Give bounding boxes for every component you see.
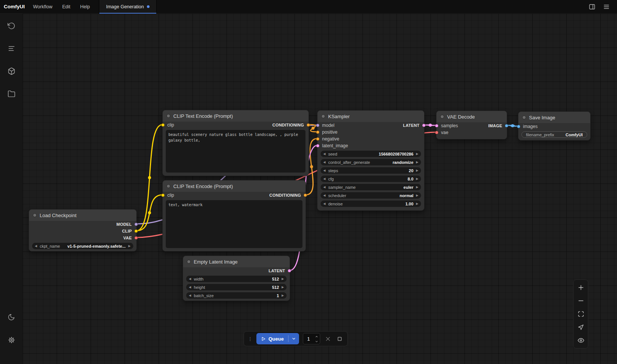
output-port-conditioning[interactable] <box>304 194 307 197</box>
fit-view-button[interactable] <box>574 308 587 320</box>
input-port-images[interactable] <box>517 125 520 128</box>
decrement-arrow-icon[interactable]: ◀ <box>323 161 325 164</box>
increment-arrow-icon[interactable]: ▶ <box>416 161 418 164</box>
collapse-toggle[interactable] <box>187 260 191 264</box>
sidebar-node-library-button[interactable] <box>2 39 20 57</box>
input-port-samples[interactable] <box>435 124 438 128</box>
decrement-arrow-icon[interactable]: ◀ <box>323 202 325 205</box>
widget-height[interactable]: ◀ height 512 ▶ <box>186 284 287 290</box>
decrement-arrow-icon[interactable]: ◀ <box>323 169 325 172</box>
batch-count-increment-button[interactable] <box>315 334 318 339</box>
widget-seed[interactable]: ◀ seed 156680208700286 ▶ <box>321 151 421 157</box>
collapse-toggle[interactable] <box>167 184 170 188</box>
select-mode-button[interactable] <box>574 321 587 333</box>
widget-width[interactable]: ◀ width 512 ▶ <box>186 276 287 282</box>
prompt-textarea[interactable]: text, watermark <box>166 200 302 248</box>
collapse-toggle[interactable] <box>522 116 526 119</box>
theme-toggle-button[interactable] <box>2 308 20 326</box>
sidebar-model-library-button[interactable] <box>2 62 20 80</box>
node-ksampler[interactable]: KSampler model LATENT positive negative … <box>317 110 424 211</box>
queue-button-main[interactable]: Queue <box>256 336 288 342</box>
toggle-panel-button[interactable] <box>587 2 597 12</box>
menu-edit[interactable]: Edit <box>62 4 71 9</box>
node-load-checkpoint[interactable]: Load Checkpoint MODEL CLIP VAE ◀ ckpt_na… <box>29 209 137 251</box>
batch-count-decrement-button[interactable] <box>315 339 318 344</box>
menu-help[interactable]: Help <box>80 4 90 9</box>
increment-arrow-icon[interactable]: ▶ <box>416 153 418 156</box>
output-port-model[interactable] <box>134 223 138 226</box>
sidebar-workflows-button[interactable] <box>2 85 20 103</box>
input-port-clip[interactable] <box>161 123 165 127</box>
increment-arrow-icon[interactable]: ▶ <box>416 202 418 205</box>
decrement-arrow-icon[interactable]: ◀ <box>35 245 37 248</box>
node-clip-text-encode-positive[interactable]: CLIP Text Encode (Prompt) clip CONDITION… <box>162 110 309 176</box>
zoom-out-button[interactable] <box>574 295 587 307</box>
increment-arrow-icon[interactable]: ▶ <box>416 177 418 180</box>
increment-arrow-icon[interactable]: ▶ <box>282 294 284 297</box>
input-port-model[interactable] <box>316 124 319 127</box>
widget-sampler-name[interactable]: ◀ sampler_name euler ▶ <box>321 184 421 190</box>
widget-scheduler[interactable]: ◀ scheduler normal ▶ <box>321 192 421 199</box>
toggle-link-visibility-button[interactable] <box>574 334 587 347</box>
input-port-negative[interactable] <box>316 137 319 141</box>
output-port-image[interactable] <box>505 124 508 128</box>
settings-button[interactable] <box>2 331 20 349</box>
clear-queue-button[interactable] <box>324 334 332 343</box>
node-header[interactable]: Empty Latent Image <box>183 256 290 267</box>
output-port-vae[interactable] <box>134 236 138 240</box>
increment-arrow-icon[interactable]: ▶ <box>128 245 131 248</box>
increment-arrow-icon[interactable]: ▶ <box>282 286 284 289</box>
output-port-latent[interactable] <box>288 269 291 273</box>
decrement-arrow-icon[interactable]: ◀ <box>189 286 191 289</box>
node-save-image[interactable]: Save Image images filename_prefix ComfyU… <box>518 111 591 140</box>
decrement-arrow-icon[interactable]: ◀ <box>189 278 191 281</box>
prompt-textarea[interactable]: beautiful scenery nature glass bottle la… <box>166 130 305 173</box>
widget-filename-prefix[interactable]: filename_prefix ComfyUI <box>521 131 587 138</box>
node-header[interactable]: KSampler <box>318 111 424 122</box>
queue-options-button[interactable] <box>288 336 299 341</box>
increment-arrow-icon[interactable]: ▶ <box>416 169 418 172</box>
increment-arrow-icon[interactable]: ▶ <box>282 278 284 281</box>
widget-batch-size[interactable]: ◀ batch_size 1 ▶ <box>186 292 287 299</box>
widget-control-after-generate[interactable]: ◀ control_after_generate randomize ▶ <box>321 159 421 165</box>
node-header[interactable]: VAE Decode <box>437 111 507 122</box>
sidebar-queue-button[interactable] <box>2 17 20 35</box>
output-port-clip[interactable] <box>134 230 138 233</box>
node-empty-latent-image[interactable]: Empty Latent Image LATENT ◀ width 512 ▶ … <box>183 256 290 301</box>
widget-ckpt-name[interactable]: ◀ ckpt_name v1-5-pruned-emaonly.safete..… <box>32 243 133 249</box>
input-port-positive[interactable] <box>316 131 319 134</box>
decrement-arrow-icon[interactable]: ◀ <box>323 177 325 180</box>
increment-arrow-icon[interactable]: ▶ <box>416 194 418 197</box>
output-port-conditioning[interactable] <box>307 123 310 127</box>
tab-image-generation[interactable]: Image Generation <box>99 0 157 14</box>
node-header[interactable]: CLIP Text Encode (Prompt) <box>163 110 308 122</box>
zoom-in-button[interactable] <box>574 281 587 294</box>
queue-button[interactable]: Queue <box>256 333 299 344</box>
node-header[interactable]: Save Image <box>518 112 590 123</box>
input-port-latent-image[interactable] <box>316 144 319 148</box>
collapse-toggle[interactable] <box>33 213 37 217</box>
decrement-arrow-icon[interactable]: ◀ <box>323 153 325 156</box>
node-header[interactable]: Load Checkpoint <box>29 210 136 221</box>
collapse-toggle[interactable] <box>321 114 325 118</box>
input-port-clip[interactable] <box>161 194 165 197</box>
menu-workflow[interactable]: Workflow <box>33 4 52 9</box>
node-vae-decode[interactable]: VAE Decode samples IMAGE vae <box>436 111 507 139</box>
widget-cfg[interactable]: ◀ cfg 8.0 ▶ <box>321 176 421 182</box>
input-port-vae[interactable] <box>435 131 438 134</box>
drag-handle-icon[interactable]: ⋮ <box>248 336 253 341</box>
decrement-arrow-icon[interactable]: ◀ <box>189 294 191 297</box>
collapse-toggle[interactable] <box>440 115 444 119</box>
stop-button[interactable] <box>336 334 344 343</box>
decrement-arrow-icon[interactable]: ◀ <box>323 186 325 189</box>
output-port-latent[interactable] <box>422 124 426 127</box>
hamburger-menu-button[interactable] <box>601 2 612 12</box>
decrement-arrow-icon[interactable]: ◀ <box>323 194 325 197</box>
node-clip-text-encode-negative[interactable]: CLIP Text Encode (Prompt) clip CONDITION… <box>162 180 306 251</box>
batch-count-input[interactable]: 1 <box>303 333 320 344</box>
widget-steps[interactable]: ◀ steps 20 ▶ <box>321 167 421 174</box>
increment-arrow-icon[interactable]: ▶ <box>416 186 418 189</box>
widget-denoise[interactable]: ◀ denoise 1.00 ▶ <box>321 201 421 207</box>
collapse-toggle[interactable] <box>167 114 170 118</box>
node-header[interactable]: CLIP Text Encode (Prompt) <box>163 180 305 192</box>
